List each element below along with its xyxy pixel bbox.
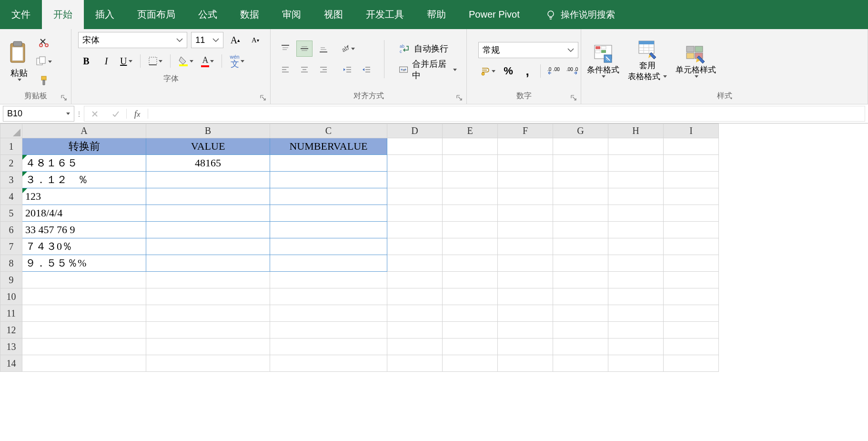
phonetic-button[interactable]: wén文: [228, 53, 246, 69]
row-header-3[interactable]: 3: [0, 172, 22, 188]
cell-D10[interactable]: [387, 288, 443, 305]
tab-开发工具[interactable]: 开发工具: [354, 0, 415, 29]
formula-bar-resize[interactable]: ⋮: [74, 104, 84, 123]
dialog-launcher-clipboard[interactable]: [61, 94, 67, 101]
cell-E1[interactable]: [443, 138, 498, 155]
cell-D11[interactable]: [387, 305, 443, 322]
tab-数据[interactable]: 数据: [229, 0, 271, 29]
cell-F14[interactable]: [498, 355, 553, 372]
cell-F7[interactable]: [498, 238, 553, 255]
merge-center-button[interactable]: a 合并后居中: [394, 62, 460, 78]
cell-C3[interactable]: [270, 172, 387, 188]
cell-D1[interactable]: [387, 138, 443, 155]
cell-E6[interactable]: [443, 222, 498, 238]
cell-H11[interactable]: [608, 305, 664, 322]
cell-D6[interactable]: [387, 222, 443, 238]
cell-H1[interactable]: [608, 138, 664, 155]
cell-D2[interactable]: [387, 155, 443, 172]
cell-H14[interactable]: [608, 355, 664, 372]
tab-帮助[interactable]: 帮助: [415, 0, 457, 29]
cell-B4[interactable]: [146, 188, 270, 205]
cell-C14[interactable]: [270, 355, 387, 372]
cell-E2[interactable]: [443, 155, 498, 172]
paste-button[interactable]: 粘贴: [8, 41, 30, 81]
cell-F3[interactable]: [498, 172, 553, 188]
cell-I12[interactable]: [664, 322, 719, 338]
cell-A1[interactable]: 转换前: [22, 138, 146, 155]
row-header-6[interactable]: 6: [0, 222, 22, 238]
cell-C12[interactable]: [270, 322, 387, 338]
cell-A4[interactable]: 123: [22, 188, 146, 205]
cell-I2[interactable]: [664, 155, 719, 172]
cell-G3[interactable]: [553, 172, 608, 188]
cell-G5[interactable]: [553, 205, 608, 222]
column-header-B[interactable]: B: [146, 124, 270, 138]
cell-F4[interactable]: [498, 188, 553, 205]
row-header-7[interactable]: 7: [0, 238, 22, 255]
cell-I6[interactable]: [664, 222, 719, 238]
cell-I7[interactable]: [664, 238, 719, 255]
cell-I11[interactable]: [664, 305, 719, 322]
cell-I5[interactable]: [664, 205, 719, 222]
cell-D9[interactable]: [387, 272, 443, 288]
cell-C2[interactable]: [270, 155, 387, 172]
cell-C13[interactable]: [270, 338, 387, 355]
cell-D7[interactable]: [387, 238, 443, 255]
cell-E12[interactable]: [443, 322, 498, 338]
copy-button[interactable]: [35, 54, 52, 69]
column-header-C[interactable]: C: [270, 124, 387, 138]
format-painter-button[interactable]: [35, 73, 52, 88]
cell-A11[interactable]: [22, 305, 146, 322]
align-center-button[interactable]: [296, 62, 313, 78]
cell-H7[interactable]: [608, 238, 664, 255]
cell-G11[interactable]: [553, 305, 608, 322]
border-button[interactable]: [146, 53, 164, 69]
column-header-D[interactable]: D: [387, 124, 443, 138]
row-header-10[interactable]: 10: [0, 288, 22, 305]
row-header-9[interactable]: 9: [0, 272, 22, 288]
cell-I3[interactable]: [664, 172, 719, 188]
column-header-F[interactable]: F: [498, 124, 553, 138]
column-header-E[interactable]: E: [443, 124, 498, 138]
cell-C4[interactable]: [270, 188, 387, 205]
row-header-8[interactable]: 8: [0, 255, 22, 272]
row-header-11[interactable]: 11: [0, 305, 22, 322]
cell-styles-button[interactable]: 单元格样式: [676, 43, 716, 78]
cell-A13[interactable]: [22, 338, 146, 355]
cell-F1[interactable]: [498, 138, 553, 155]
cell-A7[interactable]: ７４３0％: [22, 238, 146, 255]
cell-H6[interactable]: [608, 222, 664, 238]
cell-G4[interactable]: [553, 188, 608, 205]
cell-D3[interactable]: [387, 172, 443, 188]
cell-G14[interactable]: [553, 355, 608, 372]
cell-E11[interactable]: [443, 305, 498, 322]
decrease-decimal-button[interactable]: .00.0: [565, 63, 581, 79]
cell-C1[interactable]: NUMBERVALUE: [270, 138, 387, 155]
row-header-4[interactable]: 4: [0, 188, 22, 205]
tab-审阅[interactable]: 审阅: [271, 0, 313, 29]
align-middle-button[interactable]: [296, 41, 313, 57]
cell-A6[interactable]: 33 457 76 9: [22, 222, 146, 238]
column-header-H[interactable]: H: [608, 124, 664, 138]
cell-E4[interactable]: [443, 188, 498, 205]
cell-C5[interactable]: [270, 205, 387, 222]
cell-G9[interactable]: [553, 272, 608, 288]
cell-A2[interactable]: ４８１６５: [22, 155, 146, 172]
cell-E3[interactable]: [443, 172, 498, 188]
cut-button[interactable]: [35, 35, 52, 50]
cell-B2[interactable]: 48165: [146, 155, 270, 172]
cell-F10[interactable]: [498, 288, 553, 305]
column-header-I[interactable]: I: [664, 124, 719, 138]
cell-D5[interactable]: [387, 205, 443, 222]
cell-H13[interactable]: [608, 338, 664, 355]
tab-Power Pivot[interactable]: Power Pivot: [457, 0, 531, 29]
cell-G7[interactable]: [553, 238, 608, 255]
cell-F5[interactable]: [498, 205, 553, 222]
cell-F6[interactable]: [498, 222, 553, 238]
cell-B10[interactable]: [146, 288, 270, 305]
cell-H8[interactable]: [608, 255, 664, 272]
cell-F8[interactable]: [498, 255, 553, 272]
conditional-format-button[interactable]: 条件格式: [587, 43, 619, 78]
cell-A3[interactable]: ３．１２ ％: [22, 172, 146, 188]
cell-B12[interactable]: [146, 322, 270, 338]
